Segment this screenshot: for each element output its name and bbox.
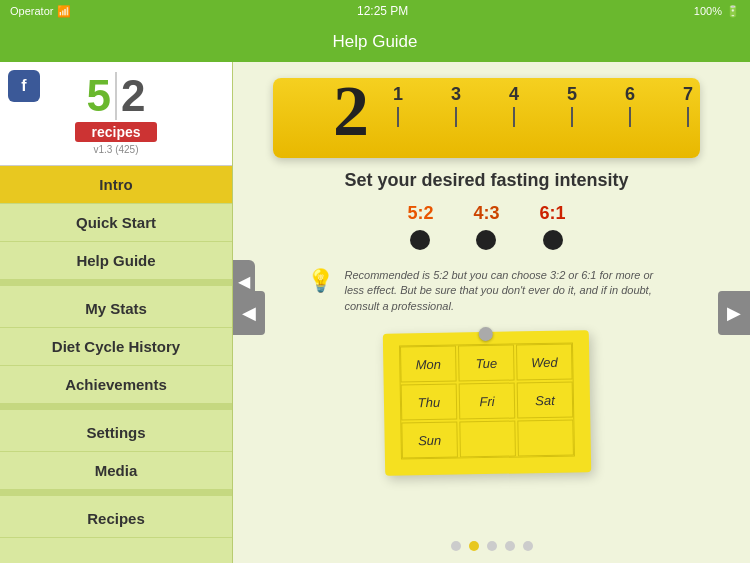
sticky-cell-empty-2 (517, 420, 574, 457)
nav-title: Help Guide (332, 32, 417, 52)
sticky-cell-mon: Mon (400, 346, 457, 383)
page-dot-1[interactable] (451, 541, 461, 551)
info-row: 💡 Recommended is 5:2 but you can choose … (307, 264, 667, 318)
fasting-dot-43 (476, 230, 496, 250)
sidebar-item-achievements[interactable]: Achievements (0, 366, 232, 404)
fasting-options: 5:2 4:3 6:1 (407, 203, 565, 250)
sidebar: f 5 2 recipes v1.3 (425) Intro Quick Sta… (0, 62, 233, 563)
sticky-grid: Mon Tue Wed Thu Fri Sat Sun (398, 343, 574, 460)
fasting-dot-52 (410, 230, 430, 250)
logo-numbers: 5 2 (87, 72, 146, 120)
ruler-tick-3: 3 (451, 84, 461, 127)
sidebar-item-settings[interactable]: Settings (0, 410, 232, 452)
ruler-tick-5: 5 (567, 84, 577, 127)
time-label: 12:25 PM (357, 4, 408, 18)
sticky-cell-thu: Thu (400, 384, 457, 421)
logo-divider (115, 72, 117, 120)
status-bar: Operator 📶 12:25 PM 100% 🔋 (0, 0, 750, 22)
logo-recipes: recipes (75, 122, 156, 142)
sidebar-item-recipes[interactable]: Recipes (0, 496, 232, 538)
ruler: 2 1 3 4 (273, 78, 700, 158)
sticky-cell-wed: Wed (515, 344, 572, 381)
fasting-option-52: 5:2 (407, 203, 433, 250)
fasting-label-61: 6:1 (540, 203, 566, 224)
fasting-option-61: 6:1 (540, 203, 566, 250)
sidebar-item-help-guide[interactable]: Help Guide (0, 242, 232, 280)
left-arrow-icon: ◀ (242, 302, 256, 324)
battery-icon: 🔋 (726, 5, 740, 18)
status-left: Operator 📶 (10, 5, 71, 18)
sidebar-navigation: Intro Quick Start Help Guide My Stats Di… (0, 166, 232, 563)
sticky-cell-empty-1 (459, 421, 516, 458)
fasting-label-52: 5:2 (407, 203, 433, 224)
logo-area: f 5 2 recipes v1.3 (425) (0, 62, 232, 166)
sidebar-item-intro[interactable]: Intro (0, 166, 232, 204)
sidebar-item-media[interactable]: Media (0, 452, 232, 490)
sticky-cell-tue: Tue (457, 345, 514, 382)
bulb-icon: 💡 (307, 268, 335, 296)
logo-five: 5 (87, 74, 111, 118)
logo-version: v1.3 (425) (93, 144, 138, 155)
main-layout: f 5 2 recipes v1.3 (425) Intro Quick Sta… (0, 62, 750, 563)
sticky-note-calendar: Mon Tue Wed Thu Fri Sat Sun (382, 330, 590, 476)
page-dot-5[interactable] (523, 541, 533, 551)
fasting-label-43: 4:3 (473, 203, 499, 224)
sticky-cell-sun: Sun (401, 422, 458, 459)
next-slide-button[interactable]: ▶ (718, 291, 750, 335)
sticky-cell-sat: Sat (516, 382, 573, 419)
info-text: Recommended is 5:2 but you can choose 3:… (345, 268, 667, 314)
fasting-dot-61 (543, 230, 563, 250)
page-dots (451, 541, 533, 551)
ruler-big-number: 2 (333, 78, 369, 153)
ruler-tick-4: 4 (509, 84, 519, 127)
wifi-icon: 📶 (57, 5, 71, 18)
ruler-tick-7: 7 (683, 84, 693, 127)
logo-two: 2 (121, 74, 145, 118)
content-area: ◀ ▶ 2 1 3 (233, 62, 750, 563)
fasting-option-43: 4:3 (473, 203, 499, 250)
status-right: 100% 🔋 (694, 5, 740, 18)
nav-bar: Help Guide (0, 22, 750, 62)
sticky-cell-fri: Fri (458, 383, 515, 420)
sidebar-item-my-stats[interactable]: My Stats (0, 286, 232, 328)
page-dot-3[interactable] (487, 541, 497, 551)
sidebar-item-quick-start[interactable]: Quick Start (0, 204, 232, 242)
sticky-pin (478, 327, 492, 341)
fasting-intensity-title: Set your desired fasting intensity (344, 170, 628, 191)
facebook-button[interactable]: f (8, 70, 40, 102)
facebook-label: f (21, 77, 26, 95)
ruler-tick-1: 1 (393, 84, 403, 127)
page-dot-2[interactable] (469, 541, 479, 551)
ruler-tick-6: 6 (625, 84, 635, 127)
carrier-label: Operator (10, 5, 53, 17)
sidebar-toggle-icon: ◀ (238, 272, 250, 291)
slide-content: 2 1 3 4 (233, 62, 750, 563)
battery-label: 100% (694, 5, 722, 17)
sidebar-item-diet-cycle[interactable]: Diet Cycle History (0, 328, 232, 366)
page-dot-4[interactable] (505, 541, 515, 551)
ruler-marks: 1 3 4 5 (373, 78, 700, 158)
sidebar-toggle-button[interactable]: ◀ (233, 260, 255, 304)
right-arrow-icon: ▶ (727, 302, 741, 324)
